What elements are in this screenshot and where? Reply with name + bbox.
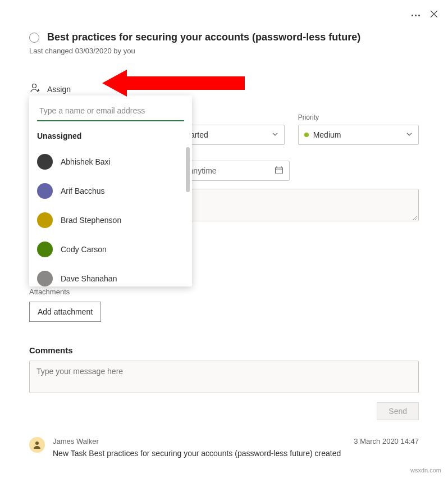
priority-label: Priority [298, 113, 419, 121]
person-option[interactable]: Arif Bacchus [29, 176, 192, 206]
svg-point-0 [33, 84, 36, 88]
person-name: Abhishek Baxi [61, 157, 111, 166]
avatar [37, 242, 53, 257]
comment-input[interactable] [29, 361, 419, 393]
person-name: Dave Shanahan [61, 274, 117, 283]
activity-author: James Walker [53, 437, 99, 445]
more-options-button[interactable] [412, 15, 420, 16]
activity-text: New Task Best practices for securing you… [53, 449, 419, 458]
close-button[interactable] [430, 10, 438, 20]
person-name: Cody Carson [61, 245, 107, 254]
comments-title: Comments [29, 345, 419, 355]
attachments-label: Attachments [29, 288, 419, 296]
complete-task-radio[interactable] [29, 33, 39, 43]
avatar [37, 212, 53, 228]
priority-value: Medium [313, 130, 341, 139]
person-option[interactable]: Dave Shanahan [29, 264, 192, 286]
assign-button[interactable]: Assign [47, 85, 71, 94]
chevron-down-icon [272, 130, 278, 139]
person-option[interactable]: Abhishek Baxi [29, 147, 192, 176]
avatar [37, 271, 53, 286]
last-changed-label: Last changed 03/03/2020 by you [29, 47, 419, 55]
person-option[interactable]: Cody Carson [29, 235, 192, 264]
avatar [29, 437, 45, 453]
assign-dropdown: Unassigned Abhishek BaxiArif BacchusBrad… [29, 95, 192, 286]
svg-point-2 [35, 442, 39, 445]
calendar-icon [275, 166, 284, 176]
add-attachment-button[interactable]: Add attachment [29, 302, 101, 322]
activity-date: 3 March 2020 14:47 [354, 437, 419, 445]
watermark: wsxdn.com [410, 467, 441, 474]
svg-rect-1 [276, 167, 283, 174]
avatar [37, 154, 53, 170]
person-option[interactable]: Brad Stephenson [29, 206, 192, 235]
assign-search-input[interactable] [37, 101, 184, 121]
send-button[interactable]: Send [377, 402, 419, 420]
resize-handle-icon[interactable] [410, 213, 417, 220]
priority-dot-icon [304, 133, 309, 137]
task-title[interactable]: Best practices for securing your account… [47, 31, 360, 43]
priority-select[interactable]: Medium [298, 125, 419, 145]
avatar [37, 183, 53, 199]
person-name: Brad Stephenson [61, 216, 121, 225]
chevron-down-icon [406, 130, 413, 139]
unassigned-label: Unassigned [29, 127, 192, 147]
person-name: Arif Bacchus [61, 186, 105, 195]
scrollbar[interactable] [186, 147, 190, 192]
person-add-icon [29, 83, 40, 96]
